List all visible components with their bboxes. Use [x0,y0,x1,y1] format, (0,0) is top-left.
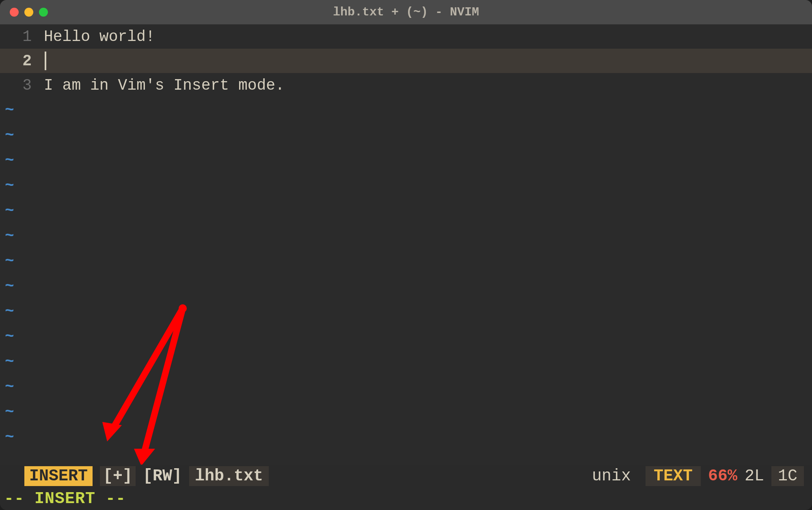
tilde-icon: ~ [5,101,14,119]
statusline: INSERT [+] [RW] lhb.txt unix TEXT 66% 2L… [0,465,812,487]
empty-line: ~ [0,248,812,273]
tilde-icon: ~ [5,152,14,169]
tilde-icon: ~ [5,353,14,370]
filename: lhb.txt [189,466,269,486]
command-line[interactable]: -- INSERT -- [0,487,812,510]
cursor [45,52,46,70]
empty-line: ~ [0,424,812,450]
tilde-icon: ~ [5,177,14,194]
line-number: 3 [0,77,41,94]
modified-indicator: [+] [100,466,136,486]
editor-area[interactable]: 1 Hello world! 2 3 I am in Vim's Insert … [0,24,812,465]
empty-line: ~ [0,223,812,248]
line-text[interactable]: Hello world! [41,28,812,45]
column-position: 1C [771,466,804,486]
empty-line: ~ [0,198,812,223]
empty-line: ~ [0,374,812,399]
svg-marker-4 [134,449,155,465]
line-number: 1 [0,28,41,45]
empty-line: ~ [0,349,812,374]
empty-line: ~ [0,173,812,198]
tilde-icon: ~ [5,303,14,320]
terminal-window: lhb.txt + (~) - NVIM 1 Hello world! 2 3 … [0,0,812,510]
line-number: 2 [0,52,41,70]
tilde-icon: ~ [5,428,14,446]
empty-line: ~ [0,273,812,299]
minimize-button[interactable] [24,8,33,17]
tilde-icon: ~ [5,202,14,219]
line-text[interactable]: I am in Vim's Insert mode. [41,77,812,94]
fileformat: unix [592,467,631,485]
readwrite-indicator: [RW] [143,467,182,485]
editor-line[interactable]: 3 I am in Vim's Insert mode. [0,73,812,97]
tilde-icon: ~ [5,378,14,396]
mode-indicator: INSERT [24,466,93,486]
window-title: lhb.txt + (~) - NVIM [8,5,804,19]
line-count: 2L [745,467,764,485]
tilde-icon: ~ [5,227,14,245]
tilde-icon: ~ [5,252,14,270]
empty-line: ~ [0,299,812,324]
editor-line-current[interactable]: 2 [0,49,812,73]
tilde-icon: ~ [5,328,14,345]
scroll-percent: 66% [708,467,737,485]
maximize-button[interactable] [39,8,48,17]
tilde-icon: ~ [5,403,14,421]
empty-line: ~ [0,97,812,123]
empty-line: ~ [0,324,812,349]
tilde-icon: ~ [5,127,14,144]
close-button[interactable] [10,8,19,17]
empty-line: ~ [0,148,812,173]
traffic-lights [10,8,48,17]
titlebar: lhb.txt + (~) - NVIM [0,0,812,24]
empty-line: ~ [0,399,812,424]
filetype: TEXT [646,466,701,486]
line-text[interactable] [41,52,812,70]
mode-message: -- INSERT -- [4,490,126,508]
empty-line: ~ [0,123,812,148]
editor-line[interactable]: 1 Hello world! [0,24,812,49]
tilde-icon: ~ [5,278,14,295]
